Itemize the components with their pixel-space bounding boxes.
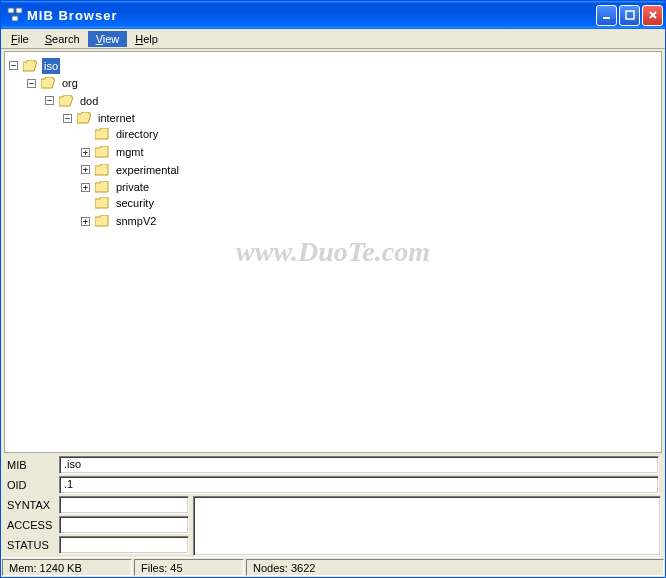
tree-label[interactable]: security [114,195,156,211]
details-panel: MIB .iso OID .1 SYNTAX ACCESS STATUS [1,455,665,557]
tree-label[interactable]: dod [78,93,100,109]
maximize-button[interactable] [619,5,640,26]
expander-icon[interactable]: − [63,114,72,123]
access-field[interactable] [59,516,189,534]
svg-rect-1 [16,8,22,13]
folder-icon [95,197,109,209]
status-label: STATUS [5,539,59,551]
close-button[interactable] [642,5,663,26]
expander-icon[interactable]: + [81,148,90,157]
tree-label[interactable]: snmpV2 [114,213,158,229]
expander-icon [81,199,90,208]
titlebar: MIB Browser [1,1,665,29]
mib-field[interactable]: .iso [59,456,659,474]
tree-label[interactable]: internet [96,110,137,126]
menubar: File Search View Help [1,29,665,49]
status-mem: Mem: 1240 KB [2,559,132,576]
folder-open-icon [23,60,37,72]
expander-icon[interactable]: + [81,217,90,226]
tree-node-org[interactable]: − org [27,75,80,91]
tree-node-internet[interactable]: − internet [63,110,137,126]
oid-field[interactable]: .1 [59,476,659,494]
description-box[interactable] [193,496,661,556]
expander-icon[interactable]: − [27,79,36,88]
menu-search[interactable]: Search [37,31,88,47]
syntax-field[interactable] [59,496,189,514]
menu-view[interactable]: View [88,31,128,47]
status-files: Files: 45 [134,559,244,576]
tree-node-security[interactable]: security [81,195,156,211]
statusbar: Mem: 1240 KB Files: 45 Nodes: 3622 [1,557,665,577]
folder-icon [95,181,109,193]
tree-node-mgmt[interactable]: + mgmt [81,144,146,160]
oid-label: OID [5,479,59,491]
folder-icon [95,164,109,176]
tree-label[interactable]: directory [114,126,160,142]
expander-icon[interactable]: + [81,165,90,174]
tree-view[interactable]: − iso − org [4,51,662,453]
menu-file[interactable]: File [3,31,37,47]
app-window: MIB Browser File Search View Help − [0,0,666,578]
folder-icon [95,215,109,227]
mib-label: MIB [5,459,59,471]
tree-label[interactable]: experimental [114,162,181,178]
folder-open-icon [59,95,73,107]
svg-rect-7 [603,17,610,19]
folder-open-icon [77,112,91,124]
tree-label[interactable]: mgmt [114,144,146,160]
tree-node-experimental[interactable]: + experimental [81,162,181,178]
watermark-text: www.DuoTe.com [236,236,430,268]
app-icon [7,7,23,23]
status-nodes: Nodes: 3622 [246,559,664,576]
expander-icon [81,130,90,139]
expander-icon[interactable]: − [9,61,18,70]
folder-icon [95,146,109,158]
svg-rect-8 [626,11,634,19]
expander-icon[interactable]: − [45,96,54,105]
svg-rect-0 [8,8,14,13]
tree-node-iso[interactable]: − iso [9,58,60,74]
syntax-label: SYNTAX [5,499,59,511]
folder-icon [95,128,109,140]
tree-node-snmpv2[interactable]: + snmpV2 [81,213,158,229]
minimize-button[interactable] [596,5,617,26]
expander-icon[interactable]: + [81,183,90,192]
menu-help[interactable]: Help [127,31,166,47]
svg-rect-2 [12,16,18,21]
tree-label[interactable]: iso [42,58,60,74]
access-label: ACCESS [5,519,59,531]
tree-label[interactable]: private [114,179,151,195]
tree-node-directory[interactable]: directory [81,126,160,142]
status-field[interactable] [59,536,189,554]
tree-node-dod[interactable]: − dod [45,93,100,109]
tree-node-private[interactable]: + private [81,179,151,195]
tree-label[interactable]: org [60,75,80,91]
window-title: MIB Browser [27,8,596,23]
folder-open-icon [41,77,55,89]
